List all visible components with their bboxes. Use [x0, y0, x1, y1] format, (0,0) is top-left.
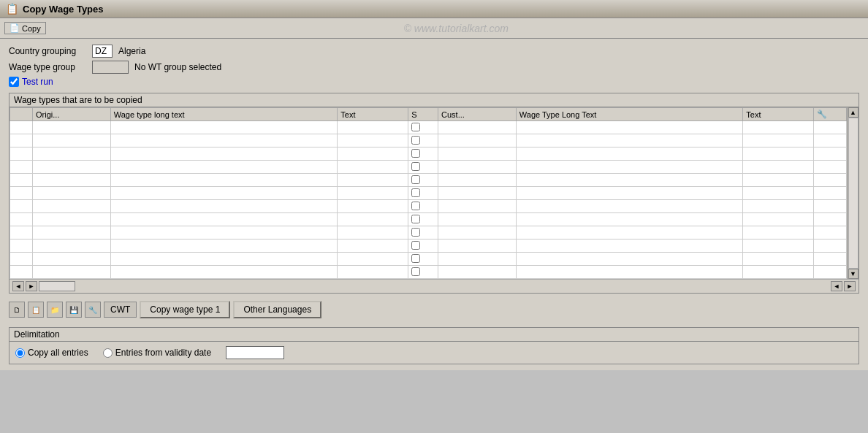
copy-all-label[interactable]: Copy all entries	[28, 348, 88, 358]
table-cell[interactable]	[338, 174, 408, 187]
table-cell[interactable]	[516, 174, 743, 187]
table-cell[interactable]	[743, 134, 814, 147]
table-cell[interactable]	[338, 213, 408, 226]
table-cell[interactable]	[110, 200, 338, 213]
copy-wage-type-button[interactable]: Copy wage type 1	[140, 301, 230, 318]
table-cell[interactable]	[110, 161, 338, 174]
table-cell[interactable]	[33, 187, 111, 200]
table-cell[interactable]	[110, 213, 338, 226]
table-cell[interactable]	[516, 187, 743, 200]
table-cell[interactable]	[338, 161, 408, 174]
table-cell[interactable]	[743, 161, 814, 174]
row-s-checkbox[interactable]	[411, 123, 420, 131]
table-cell[interactable]	[438, 161, 517, 174]
row-s-checkbox[interactable]	[411, 188, 420, 197]
nav-right-button[interactable]: ►	[26, 281, 37, 291]
scroll-track[interactable]	[848, 118, 859, 269]
table-row[interactable]	[10, 134, 847, 147]
table-cell[interactable]	[438, 240, 517, 253]
table-cell[interactable]	[110, 253, 338, 266]
table-cell[interactable]	[33, 240, 111, 253]
row-s-checkbox[interactable]	[411, 175, 420, 184]
icon-button-3[interactable]: 📁	[47, 302, 63, 318]
copy-all-radio[interactable]	[15, 348, 25, 358]
icon-button-1[interactable]: 🗋	[9, 302, 25, 318]
row-s-checkbox[interactable]	[411, 149, 420, 158]
table-cell[interactable]	[743, 253, 814, 266]
table-cell[interactable]	[338, 240, 408, 253]
table-cell[interactable]	[408, 174, 438, 187]
table-cell[interactable]	[408, 253, 438, 266]
table-cell[interactable]	[338, 187, 408, 200]
table-row[interactable]	[10, 226, 847, 240]
table-cell[interactable]	[338, 147, 408, 161]
table-cell[interactable]	[110, 240, 338, 253]
table-cell[interactable]	[33, 134, 111, 147]
table-cell[interactable]	[110, 121, 338, 134]
copy-toolbar-button[interactable]: 📄 Copy	[4, 22, 46, 34]
wage-type-group-input[interactable]	[92, 61, 129, 74]
table-cell[interactable]	[743, 226, 814, 240]
table-cell[interactable]	[743, 240, 814, 253]
cwt-button[interactable]: CWT	[104, 302, 137, 318]
table-cell[interactable]	[516, 213, 743, 226]
table-row[interactable]	[10, 187, 847, 200]
table-cell[interactable]	[110, 226, 338, 240]
table-cell[interactable]	[516, 147, 743, 161]
table-cell[interactable]	[110, 174, 338, 187]
table-row[interactable]	[10, 174, 847, 187]
row-s-checkbox[interactable]	[411, 202, 420, 210]
other-languages-button[interactable]: Other Languages	[233, 301, 321, 318]
row-s-checkbox[interactable]	[411, 228, 420, 237]
table-cell[interactable]	[743, 266, 814, 279]
table-cell[interactable]	[743, 213, 814, 226]
table-cell[interactable]	[408, 147, 438, 161]
table-cell[interactable]	[408, 226, 438, 240]
table-cell[interactable]	[408, 187, 438, 200]
table-cell[interactable]	[408, 121, 438, 134]
table-cell[interactable]	[516, 240, 743, 253]
scroll-up-button[interactable]: ▲	[848, 107, 859, 118]
test-run-label[interactable]: Test run	[22, 77, 53, 87]
row-s-checkbox[interactable]	[411, 267, 420, 276]
vertical-scrollbar[interactable]: ▲ ▼	[847, 107, 859, 279]
row-s-checkbox[interactable]	[411, 241, 420, 250]
entries-from-label[interactable]: Entries from validity date	[115, 348, 211, 358]
table-cell[interactable]	[338, 121, 408, 134]
table-cell[interactable]	[408, 161, 438, 174]
table-cell[interactable]	[408, 134, 438, 147]
table-cell[interactable]	[438, 213, 517, 226]
table-cell[interactable]	[438, 226, 517, 240]
row-s-checkbox[interactable]	[411, 162, 420, 171]
table-row[interactable]	[10, 213, 847, 226]
table-row[interactable]	[10, 147, 847, 161]
table-cell[interactable]	[110, 187, 338, 200]
table-cell[interactable]	[33, 174, 111, 187]
entries-from-radio[interactable]	[103, 348, 113, 358]
table-row[interactable]	[10, 200, 847, 213]
table-cell[interactable]	[516, 200, 743, 213]
table-cell[interactable]	[338, 200, 408, 213]
table-cell[interactable]	[408, 266, 438, 279]
table-cell[interactable]	[33, 161, 111, 174]
table-cell[interactable]	[33, 147, 111, 161]
table-cell[interactable]	[110, 134, 338, 147]
table-row[interactable]	[10, 161, 847, 174]
table-cell[interactable]	[438, 174, 517, 187]
table-cell[interactable]	[743, 121, 814, 134]
nav-left-button[interactable]: ◄	[12, 281, 24, 291]
table-cell[interactable]	[516, 121, 743, 134]
table-cell[interactable]	[516, 161, 743, 174]
table-cell[interactable]	[438, 200, 517, 213]
table-cell[interactable]	[33, 266, 111, 279]
table-cell[interactable]	[438, 121, 517, 134]
test-run-checkbox[interactable]	[9, 77, 19, 87]
table-row[interactable]	[10, 121, 847, 134]
table-row[interactable]	[10, 266, 847, 279]
icon-button-4[interactable]: 💾	[66, 302, 82, 318]
table-cell[interactable]	[338, 253, 408, 266]
table-cell[interactable]	[33, 200, 111, 213]
table-cell[interactable]	[438, 187, 517, 200]
col-settings[interactable]: 🔧	[814, 108, 847, 121]
icon-button-2[interactable]: 📋	[28, 302, 44, 318]
